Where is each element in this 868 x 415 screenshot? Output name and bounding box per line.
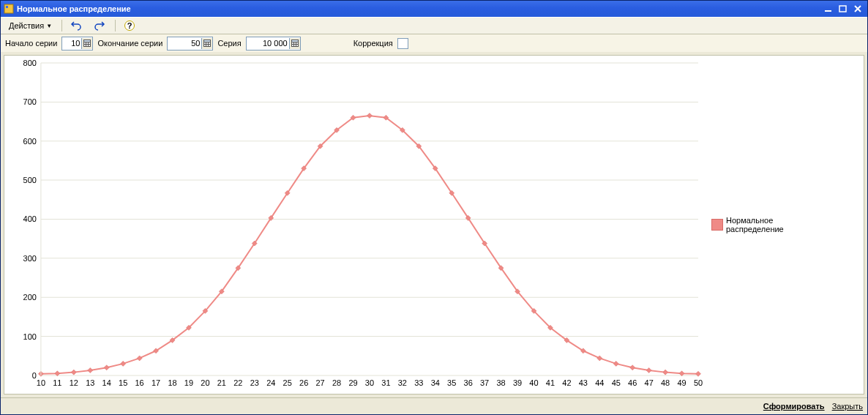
svg-text:20: 20 (201, 378, 209, 387)
svg-rect-18 (204, 42, 206, 44)
svg-rect-19 (206, 42, 208, 44)
svg-rect-17 (204, 40, 210, 42)
svg-text:36: 36 (464, 378, 473, 387)
svg-rect-30 (294, 45, 296, 46)
svg-text:43: 43 (579, 378, 588, 387)
undo-button[interactable] (65, 18, 87, 34)
svg-text:49: 49 (677, 378, 686, 387)
calculator-icon[interactable] (81, 38, 92, 49)
help-button[interactable]: ? (119, 18, 141, 34)
svg-text:35: 35 (447, 378, 456, 387)
legend: Нормальное распределение (706, 56, 864, 394)
calculator-icon[interactable] (201, 38, 212, 49)
svg-text:28: 28 (332, 378, 341, 387)
svg-text:18: 18 (168, 378, 176, 387)
svg-text:800: 800 (23, 59, 37, 67)
svg-rect-13 (84, 45, 86, 46)
svg-rect-28 (296, 42, 298, 44)
params-bar: Начало серии Окончание серии Серия Корре… (1, 34, 867, 52)
svg-text:100: 100 (23, 332, 37, 341)
svg-text:14: 14 (102, 378, 111, 387)
app-icon (4, 4, 14, 14)
svg-text:37: 37 (480, 378, 489, 387)
svg-text:39: 39 (513, 378, 522, 387)
svg-text:40: 40 (529, 378, 538, 387)
close-link[interactable]: Закрыть (832, 402, 863, 411)
correction-label: Коррекция (353, 39, 393, 48)
close-button[interactable] (851, 3, 864, 15)
minimize-button[interactable] (822, 3, 835, 15)
generate-button[interactable]: Сформировать (763, 402, 825, 411)
svg-text:27: 27 (315, 378, 324, 387)
svg-text:16: 16 (135, 378, 144, 387)
svg-text:24: 24 (266, 378, 275, 387)
svg-rect-21 (204, 45, 206, 46)
svg-rect-1 (6, 6, 8, 8)
svg-text:45: 45 (612, 378, 621, 387)
svg-rect-20 (209, 42, 210, 44)
maximize-button[interactable] (837, 3, 850, 15)
correction-checkbox[interactable] (397, 38, 408, 49)
end-label: Окончание серии (97, 39, 162, 48)
toolbar: Действия ▼ ? (1, 17, 867, 34)
svg-rect-3 (839, 6, 846, 12)
separator (61, 20, 62, 31)
calculator-icon[interactable] (289, 38, 300, 49)
svg-text:12: 12 (70, 378, 78, 387)
svg-text:38: 38 (496, 378, 505, 387)
start-label: Начало серии (5, 39, 57, 48)
svg-text:500: 500 (23, 176, 37, 184)
svg-text:32: 32 (398, 378, 407, 387)
svg-text:46: 46 (628, 378, 637, 387)
svg-rect-11 (86, 42, 88, 44)
svg-text:22: 22 (233, 378, 242, 387)
end-stepper[interactable] (167, 37, 213, 51)
svg-rect-31 (296, 45, 298, 46)
svg-text:34: 34 (431, 378, 440, 387)
series-label: Серия (217, 39, 241, 48)
end-input[interactable] (168, 38, 201, 49)
series-input[interactable] (247, 38, 289, 49)
start-stepper[interactable] (61, 37, 93, 51)
chart-area: 0100200300400500600700800101112131415161… (4, 55, 864, 395)
footer: Сформировать Закрыть (1, 397, 867, 414)
window: Нормальное распределение Действия ▼ ? На… (0, 0, 868, 415)
svg-rect-27 (294, 42, 296, 44)
svg-text:17: 17 (151, 378, 160, 387)
svg-rect-14 (86, 45, 88, 46)
start-input[interactable] (62, 38, 81, 49)
svg-rect-22 (206, 45, 208, 46)
svg-text:700: 700 (23, 97, 37, 106)
actions-menu-button[interactable]: Действия ▼ (4, 18, 57, 34)
svg-text:300: 300 (23, 254, 37, 263)
window-title: Нормальное распределение (17, 4, 820, 13)
svg-rect-25 (292, 40, 298, 42)
svg-text:31: 31 (381, 378, 390, 387)
svg-text:26: 26 (299, 378, 308, 387)
svg-text:10: 10 (37, 378, 45, 387)
svg-rect-15 (89, 45, 90, 46)
svg-text:44: 44 (595, 378, 604, 387)
svg-text:29: 29 (348, 378, 357, 387)
series-stepper[interactable] (246, 37, 301, 51)
actions-label: Действия (9, 21, 44, 30)
svg-text:30: 30 (365, 378, 374, 387)
redo-button[interactable] (89, 18, 111, 34)
help-icon: ? (124, 20, 135, 31)
svg-rect-10 (84, 42, 86, 44)
svg-text:50: 50 (694, 378, 703, 387)
separator (115, 20, 116, 31)
svg-text:15: 15 (119, 378, 127, 387)
svg-text:11: 11 (53, 378, 61, 387)
undo-icon (70, 20, 82, 31)
svg-rect-9 (84, 40, 90, 42)
svg-text:47: 47 (645, 378, 654, 387)
svg-text:400: 400 (23, 214, 37, 223)
svg-text:25: 25 (283, 378, 292, 387)
legend-swatch (711, 219, 723, 231)
svg-text:?: ? (127, 21, 132, 30)
svg-text:200: 200 (23, 293, 37, 302)
svg-text:48: 48 (661, 378, 670, 387)
svg-text:23: 23 (250, 378, 259, 387)
titlebar: Нормальное распределение (1, 1, 867, 17)
